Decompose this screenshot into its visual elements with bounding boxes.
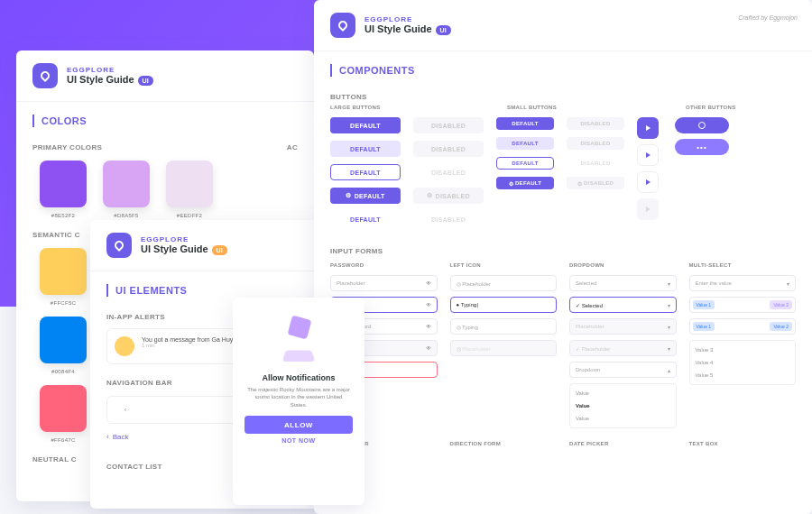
avatar xyxy=(115,336,134,356)
text-box-label: TEXT BOX xyxy=(689,441,797,446)
logo-icon xyxy=(330,13,355,38)
dropdown-input-disabled: ✓ Placeholder▾ xyxy=(569,340,677,356)
small-disabled-button: ⚙DISABLED xyxy=(567,177,624,189)
buttons-label: BUTTONS xyxy=(314,86,812,105)
small-outline-button[interactable]: DEFAULT xyxy=(496,157,554,170)
round-icon-button[interactable] xyxy=(675,117,729,133)
section-title-components: COMPONENTS xyxy=(314,51,812,86)
password-input[interactable]: Placeholder👁 xyxy=(330,275,438,291)
disabled-button: DISABLED xyxy=(413,164,484,180)
direction-form-label: DIRECTION FORM xyxy=(450,441,558,446)
small-light-button[interactable]: DEFAULT xyxy=(496,137,554,150)
date-picker-label: DATE PICKER xyxy=(569,441,677,446)
notification-modal: Allow Notifications The majestic Rocky M… xyxy=(233,298,364,505)
list-item[interactable]: Value 5 xyxy=(690,369,796,381)
default-button[interactable]: DEFAULT xyxy=(330,117,401,133)
default-light-button[interactable]: DEFAULT xyxy=(330,141,401,157)
lefticon-input-disabled: ◎ Placeholder xyxy=(450,340,558,356)
notification-illustration xyxy=(272,314,326,368)
notification-title: Allow Notifications xyxy=(244,373,354,382)
disabled-button: ⚙DISABLED xyxy=(413,188,484,204)
back-link[interactable]: ‹Back xyxy=(106,433,128,441)
multiselect-input[interactable]: Enter the value▾ xyxy=(689,275,797,291)
dropdown-input[interactable]: Selected▾ xyxy=(569,275,677,291)
disabled-button: DISABLED xyxy=(413,211,484,227)
lefticon-input[interactable]: ◎ Placeholder xyxy=(450,275,558,291)
chevron-up-icon: ▴ xyxy=(668,367,670,373)
dropdown-option[interactable]: Value xyxy=(570,412,676,425)
notification-body: The majestic Rocky Mountains are a major… xyxy=(244,386,354,408)
small-default-button[interactable]: DEFAULT xyxy=(496,117,554,130)
small-icon-button[interactable]: ⚙DEFAULT xyxy=(496,177,554,189)
default-icon-button[interactable]: ⚙DEFAULT xyxy=(330,188,401,204)
chevron-left-icon: ‹ xyxy=(106,433,109,441)
eye-icon: 👁 xyxy=(426,324,431,329)
dropdown-input-active[interactable]: ✓ Selected▾ xyxy=(569,297,677,313)
round-dots-button[interactable]: ••• xyxy=(675,139,729,155)
lefticon-input[interactable]: ◎ Typing xyxy=(450,318,558,335)
send-icon-button-outline[interactable] xyxy=(637,144,659,166)
list-item[interactable]: Value 4 xyxy=(690,356,796,369)
crafted-by: Crafted by Eggmojon xyxy=(738,14,798,21)
multiselect-options: Value 3 Value 4 Value 5 xyxy=(689,340,797,385)
disabled-button: DISABLED xyxy=(413,141,484,157)
section-title-colors: COLORS xyxy=(16,102,314,136)
eye-icon: 👁 xyxy=(426,280,431,286)
not-now-button[interactable]: NOT NOW xyxy=(244,437,354,444)
dropdown-option[interactable]: Value xyxy=(570,399,676,412)
eye-icon: 👁 xyxy=(426,302,431,307)
disabled-button: DISABLED xyxy=(413,117,484,133)
brand: EGGPLORE xyxy=(67,66,153,74)
default-text-button[interactable]: DEFAULT xyxy=(330,211,401,227)
send-icon-button[interactable] xyxy=(637,117,659,139)
multiselect-tags[interactable]: Value 1Value 2 xyxy=(689,297,797,313)
allow-button[interactable]: ALLOW xyxy=(245,416,353,434)
small-disabled-button: DISABLED xyxy=(567,117,624,130)
logo-icon xyxy=(106,233,132,258)
chevron-down-icon: ▾ xyxy=(668,280,670,287)
small-disabled-button: DISABLED xyxy=(567,157,624,170)
dropdown-input-disabled: Placeholder▾ xyxy=(569,318,677,335)
dropdown-open[interactable]: Dropdown▴ xyxy=(569,362,677,378)
dropdown-option[interactable]: Value xyxy=(570,387,676,399)
small-disabled-button: DISABLED xyxy=(567,137,624,150)
logo-icon xyxy=(32,63,58,88)
default-outline-button[interactable]: DEFAULT xyxy=(330,164,401,180)
chevron-left-icon[interactable]: ‹ xyxy=(116,406,134,414)
send-icon-button-outline[interactable] xyxy=(637,171,659,193)
dropdown-panel: Value Value Value xyxy=(569,383,677,428)
components-card: Crafted by Eggmojon EGGPLORE UI Style Gu… xyxy=(314,0,812,514)
lefticon-input-typing[interactable]: ● Typing| xyxy=(450,297,558,313)
list-item[interactable]: Value 3 xyxy=(690,344,796,356)
primary-colors-label: PRIMARY COLORSAC xyxy=(16,136,314,155)
header: EGGPLORE UI Style GuideUI xyxy=(16,50,314,102)
send-icon-button-disabled xyxy=(637,198,659,220)
page-title: UI Style GuideUI xyxy=(67,74,153,86)
primary-swatches: #8E52F2 #D8A5F5 #EEDFF2 xyxy=(16,155,314,224)
multiselect-tags[interactable]: Value 1Value 2 xyxy=(689,318,797,335)
forms-label: INPUT FORMS xyxy=(314,240,812,259)
